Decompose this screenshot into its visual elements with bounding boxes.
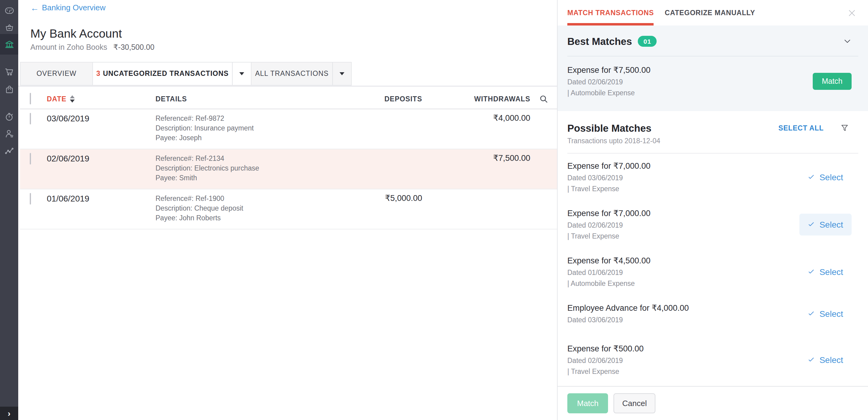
possible-match-item: Expense for ₹500.00 Dated 02/06/2019 | T…: [567, 336, 858, 384]
row-deposit: ₹5,000.00: [338, 193, 422, 222]
sidebar-item-sales[interactable]: [0, 63, 18, 80]
expand-chevron-icon: ›: [8, 409, 10, 418]
match-item-date: Dated 01/06/2019: [567, 268, 651, 278]
breadcrumb-label[interactable]: Banking Overview: [42, 3, 106, 12]
table-row-selected[interactable]: 02/06/2019 Reference#: Ref-2134 Descript…: [20, 149, 557, 189]
tab-all-transactions[interactable]: ALL TRANSACTIONS: [251, 62, 352, 85]
sidebar-item-purchases[interactable]: [0, 81, 18, 98]
main-content: ← Banking Overview My Bank Account Amoun…: [18, 0, 557, 420]
sales-cart-icon: [4, 66, 14, 77]
check-icon: [808, 220, 814, 229]
time-tracking-stopwatch-icon: [4, 111, 14, 122]
filter-funnel-icon[interactable]: [840, 123, 849, 133]
check-icon: [808, 309, 814, 319]
accountant-person-icon: [4, 128, 14, 139]
match-item-title: Expense for ₹7,000.00: [567, 208, 651, 219]
search-icon[interactable]: [538, 94, 549, 104]
panel-footer: Match Cancel: [558, 386, 868, 420]
column-header-withdrawals: WITHDRAWALS: [474, 95, 530, 103]
row-deposit: [338, 113, 422, 142]
table-row[interactable]: 01/06/2019 Reference#: Ref-1900 Descript…: [20, 189, 557, 229]
row-checkbox[interactable]: [30, 153, 31, 164]
page-title: My Bank Account: [30, 27, 557, 39]
best-match-item: Expense for ₹7,500.00 Dated 02/06/2019 |…: [567, 65, 858, 98]
row-details: Reference#: Ref-1900 Description: Cheque…: [155, 193, 338, 222]
caret-down-icon: [340, 72, 344, 75]
uncategorized-dropdown[interactable]: [232, 62, 251, 85]
match-item-date: Dated 03/06/2019: [567, 173, 651, 183]
amount-label: Amount in Zoho Books: [30, 43, 107, 51]
chevron-down-icon[interactable]: [843, 37, 851, 48]
row-date: 02/06/2019: [47, 153, 155, 183]
possible-matches-section: Possible Matches SELECT ALL Transactions…: [558, 111, 868, 386]
select-all-checkbox[interactable]: [30, 93, 31, 104]
row-checkbox[interactable]: [30, 193, 31, 204]
tab-overview[interactable]: OVERVIEW: [20, 62, 93, 85]
match-item-title: Expense for ₹4,500.00: [567, 256, 651, 266]
footer-cancel-button[interactable]: Cancel: [614, 393, 655, 413]
row-reference: Reference#: Ref-2134: [155, 153, 338, 163]
column-header-details: DETAILS: [155, 95, 187, 103]
tab-match-transactions[interactable]: MATCH TRANSACTIONS: [567, 0, 654, 26]
footer-match-button[interactable]: Match: [567, 393, 608, 413]
row-description: Description: Electronics purchase: [155, 163, 338, 173]
row-withdrawal: ₹7,500.00: [422, 153, 530, 183]
match-item-title: Expense for ₹500.00: [567, 344, 644, 354]
sidebar-item-time-tracking[interactable]: [0, 108, 18, 125]
best-matches-section: Best Matches 01 Expense for ₹7,500.00 Da…: [558, 26, 868, 111]
match-item-category: | Travel Expense: [567, 232, 651, 241]
match-item-date: Dated 02/06/2019: [567, 221, 651, 230]
match-item-title: Expense for ₹7,500.00: [567, 65, 651, 76]
row-date: 01/06/2019: [47, 193, 155, 222]
breadcrumb[interactable]: ← Banking Overview: [30, 3, 106, 12]
uncategorized-count: 3: [96, 70, 100, 77]
row-checkbox[interactable]: [30, 112, 31, 124]
items-basket-icon: [4, 22, 14, 32]
column-header-deposits: DEPOSITS: [384, 95, 422, 103]
row-payee: Payee: Joseph: [155, 133, 338, 142]
possible-match-item: Expense for ₹7,000.00 Dated 02/06/2019 |…: [567, 201, 858, 248]
best-matches-title: Best Matches: [567, 35, 632, 47]
row-payee: Payee: Smith: [155, 173, 338, 183]
match-transactions-panel: MATCH TRANSACTIONS CATEGORIZE MANUALLY B…: [557, 0, 868, 420]
row-details: Reference#: Ref-9872 Description: Insura…: [155, 113, 338, 142]
sort-icon: [70, 95, 75, 103]
sidebar-item-items[interactable]: [0, 19, 18, 36]
select-all-link[interactable]: SELECT ALL: [778, 124, 824, 132]
possible-match-item: Employee Advance for ₹4,000.00 Dated 03/…: [567, 296, 858, 336]
table-row[interactable]: 03/06/2019 Reference#: Ref-9872 Descript…: [20, 109, 557, 149]
row-reference: Reference#: Ref-1900: [155, 193, 338, 203]
row-date: 03/06/2019: [47, 113, 155, 142]
select-button[interactable]: Select: [808, 309, 843, 319]
dashboard-gauge-icon: [4, 5, 14, 15]
column-header-date[interactable]: DATE: [47, 95, 155, 103]
sidebar-expand-toggle[interactable]: ›: [0, 407, 18, 420]
banking-bank-icon: [4, 39, 14, 50]
caret-down-icon: [239, 72, 244, 75]
match-item-title: Expense for ₹7,000.00: [567, 161, 651, 172]
all-transactions-dropdown[interactable]: [332, 62, 351, 85]
sidebar-item-banking[interactable]: [0, 34, 18, 55]
match-button[interactable]: Match: [813, 73, 851, 90]
select-button[interactable]: Select: [808, 355, 843, 365]
tab-uncategorized-transactions[interactable]: 3UNCATEGORIZED TRANSACTIONS: [92, 62, 251, 85]
account-tabbar: OVERVIEW 3UNCATEGORIZED TRANSACTIONS ALL…: [20, 62, 557, 85]
match-item-date: Dated 02/06/2019: [567, 356, 644, 365]
amount-value: ₹-30,500.00: [113, 43, 154, 51]
check-icon: [808, 355, 814, 365]
select-button[interactable]: Select: [808, 267, 843, 277]
sidebar-item-dashboard[interactable]: [0, 2, 18, 19]
close-icon[interactable]: [847, 8, 857, 18]
possible-matches-title: Possible Matches: [567, 122, 651, 134]
app-window: › ← Banking Overview My Bank Account Amo…: [0, 0, 868, 420]
tab-categorize-manually[interactable]: CATEGORIZE MANUALLY: [665, 0, 755, 26]
match-item-date: Dated 02/06/2019: [567, 78, 651, 87]
select-button[interactable]: Select: [808, 172, 843, 182]
row-description: Description: Cheque deposit: [155, 203, 338, 213]
sidebar: ›: [0, 0, 18, 420]
match-item-category: | Automobile Expense: [567, 279, 651, 288]
sidebar-item-accountant[interactable]: [0, 125, 18, 142]
sidebar-item-reports[interactable]: [0, 142, 18, 159]
select-button[interactable]: Select: [799, 214, 851, 235]
match-item-date: Dated 03/06/2019: [567, 316, 689, 325]
